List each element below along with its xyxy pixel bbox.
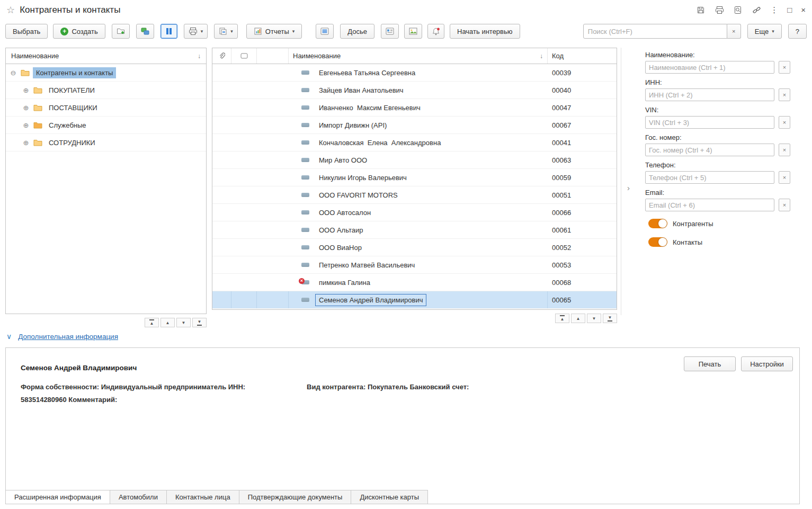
filter-input[interactable] — [645, 88, 774, 101]
tab[interactable]: Подтверждающие документы — [239, 490, 352, 504]
tab[interactable]: Контактные лица — [166, 490, 239, 504]
alarm-button[interactable] — [427, 24, 444, 39]
print-menu-button[interactable]: ▾ — [184, 24, 208, 39]
toggle-switch[interactable] — [648, 219, 667, 228]
help-button[interactable]: ? — [788, 24, 807, 39]
table-row[interactable]: ООО Альтаир 00061 — [212, 221, 617, 239]
table-row[interactable]: ООО ВиаНор 00052 — [212, 239, 617, 256]
table-row[interactable]: Петренко Матвей Васильевич 00053 — [212, 256, 617, 274]
go-prev-button[interactable]: ▲ — [160, 318, 175, 327]
attachment-cell — [212, 186, 231, 203]
table-row[interactable]: ООО Автосалон 00066 — [212, 204, 617, 221]
go-prev-button[interactable]: ▲ — [571, 314, 585, 323]
toggle-switch[interactable] — [648, 237, 667, 247]
tree-item-label: Служебные — [46, 120, 90, 131]
tree-item[interactable]: ⊖ Контрагенты и контакты — [6, 64, 206, 82]
clear-button[interactable]: × — [779, 116, 790, 129]
search-input[interactable] — [583, 24, 727, 39]
favorite-star-icon[interactable]: ☆ — [6, 4, 15, 16]
tree-item-label: ПОСТАВЩИКИ — [46, 102, 101, 113]
go-last-button[interactable]: ▼ — [192, 318, 207, 327]
table-row[interactable]: Кончаловская Елена Александровна 00041 — [212, 134, 617, 151]
table-row[interactable]: Евгеньева Татьяна Сергеевна 00039 — [212, 64, 617, 82]
clear-button[interactable]: × — [779, 144, 790, 156]
find-icon[interactable] — [733, 5, 743, 15]
reports-button[interactable]: Отчеты ▾ — [246, 24, 302, 39]
go-next-button[interactable]: ▼ — [587, 314, 601, 323]
filter-input[interactable] — [645, 199, 774, 211]
code-column-header[interactable]: Код — [548, 48, 617, 64]
clear-button[interactable]: × — [779, 61, 790, 74]
filter-input[interactable] — [645, 116, 774, 129]
tree-item[interactable]: ⊕ СОТРУДНИКИ — [6, 134, 206, 151]
tree-item[interactable]: ⊕ ПОСТАВЩИКИ — [6, 99, 206, 117]
row-name: ООО ВиаНор — [315, 242, 365, 254]
table-row[interactable]: пимкина Галина 00068 — [212, 274, 617, 291]
table-row[interactable]: Зайцев Иван Анатольевич 00040 — [212, 82, 617, 99]
list-view-button[interactable] — [316, 24, 334, 39]
tree-item[interactable]: ⊕ Служебные — [6, 117, 206, 134]
clear-button[interactable]: × — [779, 171, 790, 184]
close-window-icon[interactable]: × — [801, 5, 806, 15]
create-group-button[interactable] — [112, 24, 130, 39]
start-interview-button[interactable]: Начать интервью — [450, 24, 520, 39]
table-row[interactable]: Никулин Игорь Валерьевич 00059 — [212, 169, 617, 186]
view-mode-button[interactable] — [160, 24, 177, 39]
kebab-menu-icon[interactable]: ⋮ — [770, 5, 778, 15]
restore-window-icon[interactable]: □ — [787, 5, 792, 15]
additional-info-link[interactable]: Дополнительная информация — [18, 333, 118, 341]
attachment-cell — [212, 256, 231, 273]
chevron-right-icon[interactable]: › — [627, 183, 630, 192]
tree-header[interactable]: Наименование ↓ — [6, 48, 206, 64]
go-first-button[interactable]: ▲ — [555, 314, 569, 323]
expander-icon[interactable]: ⊕ — [22, 139, 30, 147]
save-icon[interactable] — [696, 5, 706, 15]
copy-menu-button[interactable]: ▾ — [214, 24, 238, 39]
clear-button[interactable]: × — [779, 199, 790, 211]
table-row[interactable]: Мир Авто ООО 00063 — [212, 151, 617, 169]
filter-input[interactable] — [645, 61, 774, 74]
table-row[interactable]: Иванченко Максим Евгеньевич 00047 — [212, 99, 617, 117]
filter-input[interactable] — [645, 171, 774, 184]
name-column-header[interactable]: Наименование ↓ — [289, 48, 548, 64]
expander-icon[interactable]: ⊖ — [9, 69, 17, 77]
details-actions: Печать Настройки — [684, 356, 793, 371]
attachment-column-header[interactable] — [212, 48, 231, 64]
card-button[interactable] — [381, 24, 399, 39]
tab[interactable]: Автомобили — [110, 490, 167, 504]
tag-column-header[interactable] — [231, 48, 257, 64]
go-last-button[interactable]: ▼ — [603, 314, 617, 323]
create-button[interactable]: + Создать — [53, 24, 105, 39]
go-next-button[interactable]: ▼ — [176, 318, 191, 327]
photo-button[interactable] — [404, 24, 422, 39]
tag-icon — [240, 53, 248, 59]
filter-input[interactable] — [645, 144, 774, 156]
table-row[interactable]: ООО FAVORIT MOTORS 00051 — [212, 186, 617, 204]
chevron-down-icon[interactable]: ∨ — [6, 332, 12, 341]
extra-cell — [257, 204, 289, 221]
tag-cell — [231, 204, 257, 221]
contact-icon — [301, 123, 310, 127]
dossier-button[interactable]: Досье — [340, 24, 374, 39]
expander-icon[interactable]: ⊕ — [22, 86, 30, 94]
tab[interactable]: Дисконтные карты — [351, 490, 428, 504]
search-clear-button[interactable]: × — [727, 24, 741, 39]
go-first-button[interactable]: ▲ — [145, 318, 159, 327]
plus-icon: + — [60, 28, 68, 35]
link-icon[interactable] — [752, 5, 761, 15]
print-icon[interactable] — [715, 5, 724, 15]
expander-icon[interactable]: ⊕ — [22, 104, 30, 112]
more-button[interactable]: Еще ▾ — [747, 24, 782, 39]
tab[interactable]: Расширенная информация — [5, 490, 110, 504]
clear-button[interactable]: × — [779, 88, 790, 101]
table-row[interactable]: Импорт Дивижн (API) 00067 — [212, 117, 617, 134]
select-button[interactable]: Выбрать — [5, 24, 48, 39]
print-button[interactable]: Печать — [684, 356, 736, 371]
move-to-group-button[interactable] — [136, 24, 154, 39]
expander-icon[interactable]: ⊕ — [22, 121, 30, 129]
table-row[interactable]: Семенов Андрей Владимирович 00065 — [212, 291, 617, 309]
settings-button[interactable]: Настройки — [741, 356, 793, 371]
row-code: 00051 — [548, 186, 617, 203]
tree-item[interactable]: ⊕ ПОКУПАТЕЛИ — [6, 82, 206, 99]
code-column-label: Код — [552, 52, 564, 60]
